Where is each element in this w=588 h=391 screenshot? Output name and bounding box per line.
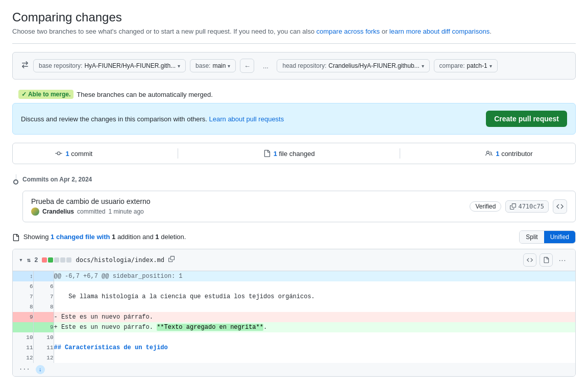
file-icon <box>263 150 271 157</box>
learn-about-pr-link[interactable]: Learn about pull requests <box>209 115 284 123</box>
hunk-line-num-new <box>33 271 54 281</box>
table-row: 12 12 <box>13 353 575 363</box>
table-row: 8 8 <box>13 302 575 312</box>
base-repo-select[interactable]: base repository: HyA-FIUNER/HyA-FIUNER.g… <box>33 59 186 72</box>
diff-hunk-header: ↕ @@ -6,7 +6,7 @@ sidebar_position: 1 <box>13 271 575 281</box>
commit-count-link[interactable]: 1 <box>65 150 69 158</box>
commit-row: Prueba de cambio de usuario externo Cran… <box>22 191 576 222</box>
base-chevron: ▾ <box>228 63 230 69</box>
commits-date: Commits on Apr 2, 2024 <box>22 176 92 183</box>
head-repo-chevron: ▾ <box>422 63 424 69</box>
stats-bar: 1 commit 1 file changed 1 contributor <box>12 143 576 164</box>
table-row: 10 10 <box>13 332 575 343</box>
sha-value: 4710c75 <box>518 203 544 210</box>
commit-icon <box>55 150 62 157</box>
verified-badge: Verified <box>470 201 501 212</box>
diff-view-toggle: Split Unified <box>519 230 576 244</box>
hunk-content: @@ -6,7 +6,7 @@ sidebar_position: 1 <box>54 271 575 281</box>
expand-down-icon[interactable]: ··· <box>19 366 30 373</box>
pr-banner-text: Discuss and review the changes in this c… <box>21 115 284 123</box>
copy-icon <box>510 203 516 210</box>
contributors-count-link[interactable]: 1 <box>496 150 499 158</box>
expand-down-button[interactable]: ↓ <box>36 365 45 374</box>
swap-arrow-button[interactable]: ← <box>240 59 254 73</box>
commit-author: Crandelius <box>42 208 74 215</box>
branch-selector: base repository: HyA-FIUNER/HyA-FIUNER.g… <box>12 52 576 80</box>
files-stat: 1 file changed <box>263 150 315 158</box>
neutral-stat-square-2 <box>60 257 65 263</box>
base-branch-select[interactable]: base: main ▾ <box>190 59 236 72</box>
diff-stat-badge <box>42 257 71 263</box>
compare-forks-link[interactable]: compare across forks <box>316 28 380 35</box>
diff-header-text: Showing 1 changed file with 1 addition a… <box>12 233 186 241</box>
table-row-deleted: 9 - Este es un nuevo párrafo. <box>13 312 575 322</box>
commit-message: Prueba de cambio de usuario externo <box>31 197 150 205</box>
merge-banner-text: These branches can be automatically merg… <box>77 91 213 98</box>
code-icon <box>556 203 564 210</box>
more-options-button[interactable]: ··· <box>556 253 569 267</box>
diff-num-stat: ⇅ 2 <box>27 256 38 264</box>
neutral-stat-square-3 <box>66 257 71 263</box>
code-brackets-icon <box>527 257 533 263</box>
pull-request-banner: Discuss and review the changes in this c… <box>12 103 576 135</box>
dots-separator: ... <box>258 59 273 73</box>
base-repo-chevron: ▾ <box>178 63 180 69</box>
file-view-icon <box>543 257 549 263</box>
file-path: docs/histologia/index.md <box>76 256 164 264</box>
commit-avatar <box>31 207 39 216</box>
contributors-stat: 1 contributor <box>485 150 532 158</box>
changed-files-link[interactable]: 1 changed file with <box>51 233 112 241</box>
sha-copy-button[interactable]: 4710c75 <box>505 200 549 213</box>
expand-row: ··· ↓ <box>13 363 575 376</box>
file-collapse-button[interactable]: ▾ <box>19 256 23 264</box>
swap-icon[interactable] <box>21 61 29 71</box>
able-to-merge-badge: ✓ Able to merge. <box>18 90 74 99</box>
view-file-button[interactable] <box>540 253 553 267</box>
hunk-line-num-old: ↕ <box>13 271 33 281</box>
table-row: 11 11 ## Características de un tejido <box>13 343 575 353</box>
table-row-added: 9 + Este es un nuevo párrafo. **Texto ag… <box>13 322 575 332</box>
file-diff-header: ▾ ⇅ 2 docs/histologia/index.md ··· <box>13 249 575 271</box>
commits-section: Commits on Apr 2, 2024 Prueba de cambio … <box>12 174 576 222</box>
person-icon <box>485 150 493 157</box>
file-diff-container: ▾ ⇅ 2 docs/histologia/index.md ··· <box>12 249 576 377</box>
table-row: 7 7 Se llama histología a la ciencia que… <box>13 292 575 302</box>
commits-stat: 1 commit <box>55 150 92 158</box>
expand-hunk-icon[interactable]: ↕ <box>30 273 33 279</box>
add-stat-square <box>48 257 53 263</box>
browse-files-button[interactable] <box>553 199 567 214</box>
create-pull-request-button[interactable]: Create pull request <box>486 111 567 127</box>
unified-view-button[interactable]: Unified <box>544 231 575 243</box>
head-repo-select[interactable]: head repository: Crandelius/HyA-FIUNER.g… <box>277 59 429 72</box>
compare-branch-select[interactable]: compare: patch-1 ▾ <box>434 59 498 72</box>
table-row: 6 6 <box>13 281 575 292</box>
split-view-button[interactable]: Split <box>520 231 544 243</box>
learn-more-link[interactable]: learn more about diff comparisons <box>389 28 489 35</box>
copy-path-icon[interactable] <box>168 256 175 264</box>
page-title: Comparing changes <box>12 10 576 24</box>
diff-header-bar: Showing 1 changed file with 1 addition a… <box>12 230 576 244</box>
compare-chevron: ▾ <box>489 63 492 69</box>
files-count-link[interactable]: 1 <box>274 150 277 158</box>
del-stat-square <box>42 257 47 263</box>
file-diff-icon <box>12 234 19 241</box>
page-subtitle: Choose two branches to see what's change… <box>12 28 576 35</box>
merge-status-banner: ✓ Able to merge. These branches can be a… <box>12 86 576 103</box>
diff-table: ↕ @@ -6,7 +6,7 @@ sidebar_position: 1 6 … <box>13 271 575 376</box>
view-code-button[interactable] <box>523 253 536 267</box>
neutral-stat-square <box>54 257 59 263</box>
